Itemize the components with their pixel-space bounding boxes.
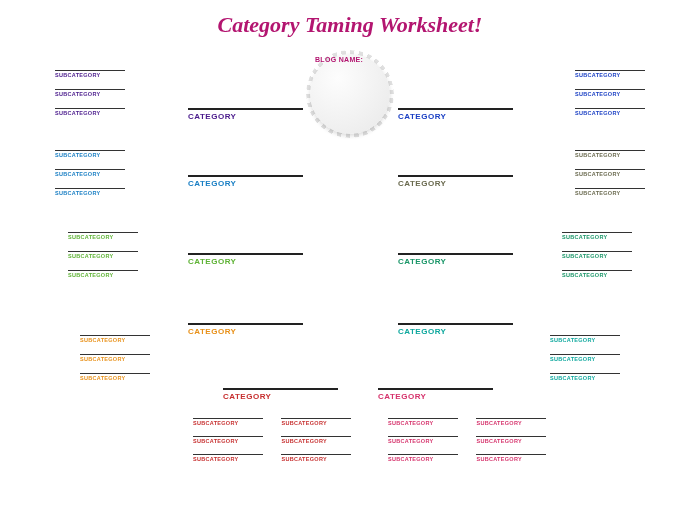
subcategory-label: SUBCATEGORY [80, 337, 150, 343]
subcategory-label: SUBCATEGORY [80, 356, 150, 362]
subcategory-slot[interactable]: SUBCATEGORY [68, 232, 138, 240]
subcategory-slot[interactable]: SUBCATEGORY [550, 354, 620, 362]
subcategory-slot[interactable]: SUBCATEGORY [193, 418, 263, 426]
subcategory-slot[interactable]: SUBCATEGORY [562, 232, 632, 240]
category-slot-2[interactable]: CATEGORY [188, 175, 303, 188]
subcategory-slot[interactable]: SUBCATEGORY [476, 418, 546, 426]
category-slot-4[interactable]: CATEGORY [188, 323, 303, 336]
category-slot-9[interactable]: CATEGORY [398, 323, 513, 336]
subcategory-slot[interactable]: SUBCATEGORY [575, 89, 645, 97]
subcategory-label: SUBCATEGORY [68, 253, 138, 259]
subcategory-slot[interactable]: SUBCATEGORY [80, 335, 150, 343]
subcategory-label: SUBCATEGORY [55, 190, 125, 196]
subcategory-slot[interactable]: SUBCATEGORY [68, 251, 138, 259]
subcategory-slot[interactable]: SUBCATEGORY [281, 454, 351, 462]
subcategory-slot[interactable]: SUBCATEGORY [476, 436, 546, 444]
category-label: CATEGORY [398, 327, 513, 336]
subcategory-slot[interactable]: SUBCATEGORY [55, 70, 125, 78]
subcategory-slot[interactable]: SUBCATEGORY [575, 70, 645, 78]
category-label: CATEGORY [398, 179, 513, 188]
subcategory-slot[interactable]: SUBCATEGORY [388, 418, 458, 426]
subcategory-group-8: SUBCATEGORY SUBCATEGORY SUBCATEGORY [562, 232, 632, 289]
subcategory-slot[interactable]: SUBCATEGORY [575, 188, 645, 196]
subcategory-label: SUBCATEGORY [80, 375, 150, 381]
subcategory-slot[interactable]: SUBCATEGORY [388, 436, 458, 444]
category-label: CATEGORY [223, 392, 338, 401]
subcategory-group-2: SUBCATEGORY SUBCATEGORY SUBCATEGORY [55, 150, 125, 207]
subcategory-slot[interactable]: SUBCATEGORY [281, 418, 351, 426]
subcategory-label: SUBCATEGORY [55, 110, 125, 116]
page-title: Category Taming Worksheet! [0, 0, 700, 38]
subcategory-label: SUBCATEGORY [575, 72, 645, 78]
subcategory-slot[interactable]: SUBCATEGORY [550, 373, 620, 381]
subcategory-slot[interactable]: SUBCATEGORY [575, 108, 645, 116]
subcategory-slot[interactable]: SUBCATEGORY [562, 270, 632, 278]
subcategory-slot[interactable]: SUBCATEGORY [388, 454, 458, 462]
category-label: CATEGORY [188, 112, 303, 121]
category-slot-7[interactable]: CATEGORY [398, 175, 513, 188]
subcategory-label: SUBCATEGORY [550, 356, 620, 362]
subcategory-label: SUBCATEGORY [281, 438, 351, 444]
subcategory-label: SUBCATEGORY [562, 272, 632, 278]
subcategory-slot[interactable]: SUBCATEGORY [193, 436, 263, 444]
subcategory-slot[interactable]: SUBCATEGORY [281, 436, 351, 444]
subcategory-label: SUBCATEGORY [388, 456, 458, 462]
category-label: CATEGORY [188, 179, 303, 188]
subcategory-group-10: SUBCATEGORY SUBCATEGORY SUBCATEGORY SUBC… [388, 418, 568, 472]
subcategory-label: SUBCATEGORY [562, 234, 632, 240]
subcategory-label: SUBCATEGORY [476, 420, 546, 426]
subcategory-slot[interactable]: SUBCATEGORY [575, 169, 645, 177]
subcategory-slot[interactable]: SUBCATEGORY [55, 169, 125, 177]
subcategory-label: SUBCATEGORY [388, 420, 458, 426]
subcategory-label: SUBCATEGORY [193, 438, 263, 444]
subcategory-group-6: SUBCATEGORY SUBCATEGORY SUBCATEGORY [575, 70, 645, 127]
subcategory-group-9: SUBCATEGORY SUBCATEGORY SUBCATEGORY [550, 335, 620, 392]
subcategory-slot[interactable]: SUBCATEGORY [55, 89, 125, 97]
subcategory-slot[interactable]: SUBCATEGORY [80, 373, 150, 381]
subcategory-label: SUBCATEGORY [388, 438, 458, 444]
category-label: CATEGORY [378, 392, 493, 401]
subcategory-label: SUBCATEGORY [193, 420, 263, 426]
category-slot-3[interactable]: CATEGORY [188, 253, 303, 266]
subcategory-group-1: SUBCATEGORY SUBCATEGORY SUBCATEGORY [55, 70, 125, 127]
subcategory-label: SUBCATEGORY [562, 253, 632, 259]
blog-name-badge[interactable] [310, 54, 390, 134]
category-slot-6[interactable]: CATEGORY [398, 108, 513, 121]
subcategory-label: SUBCATEGORY [193, 456, 263, 462]
subcategory-label: SUBCATEGORY [575, 110, 645, 116]
subcategory-label: SUBCATEGORY [55, 91, 125, 97]
category-slot-1[interactable]: CATEGORY [188, 108, 303, 121]
subcategory-label: SUBCATEGORY [476, 456, 546, 462]
category-label: CATEGORY [398, 112, 513, 121]
subcategory-group-5: SUBCATEGORY SUBCATEGORY SUBCATEGORY SUBC… [193, 418, 373, 472]
subcategory-slot[interactable]: SUBCATEGORY [193, 454, 263, 462]
subcategory-label: SUBCATEGORY [476, 438, 546, 444]
category-slot-5[interactable]: CATEGORY [223, 388, 338, 401]
category-slot-8[interactable]: CATEGORY [398, 253, 513, 266]
subcategory-label: SUBCATEGORY [68, 234, 138, 240]
subcategory-group-3: SUBCATEGORY SUBCATEGORY SUBCATEGORY [68, 232, 138, 289]
subcategory-label: SUBCATEGORY [575, 91, 645, 97]
subcategory-slot[interactable]: SUBCATEGORY [68, 270, 138, 278]
subcategory-slot[interactable]: SUBCATEGORY [550, 335, 620, 343]
subcategory-group-7: SUBCATEGORY SUBCATEGORY SUBCATEGORY [575, 150, 645, 207]
subcategory-slot[interactable]: SUBCATEGORY [55, 150, 125, 158]
subcategory-label: SUBCATEGORY [575, 152, 645, 158]
subcategory-label: SUBCATEGORY [550, 375, 620, 381]
subcategory-label: SUBCATEGORY [281, 420, 351, 426]
category-label: CATEGORY [188, 327, 303, 336]
subcategory-label: SUBCATEGORY [55, 171, 125, 177]
category-slot-10[interactable]: CATEGORY [378, 388, 493, 401]
subcategory-slot[interactable]: SUBCATEGORY [476, 454, 546, 462]
subcategory-group-4: SUBCATEGORY SUBCATEGORY SUBCATEGORY [80, 335, 150, 392]
category-label: CATEGORY [398, 257, 513, 266]
subcategory-label: SUBCATEGORY [550, 337, 620, 343]
subcategory-slot[interactable]: SUBCATEGORY [562, 251, 632, 259]
subcategory-slot[interactable]: SUBCATEGORY [80, 354, 150, 362]
subcategory-slot[interactable]: SUBCATEGORY [55, 108, 125, 116]
subcategory-label: SUBCATEGORY [575, 190, 645, 196]
subcategory-slot[interactable]: SUBCATEGORY [55, 188, 125, 196]
subcategory-label: SUBCATEGORY [55, 72, 125, 78]
category-label: CATEGORY [188, 257, 303, 266]
subcategory-slot[interactable]: SUBCATEGORY [575, 150, 645, 158]
